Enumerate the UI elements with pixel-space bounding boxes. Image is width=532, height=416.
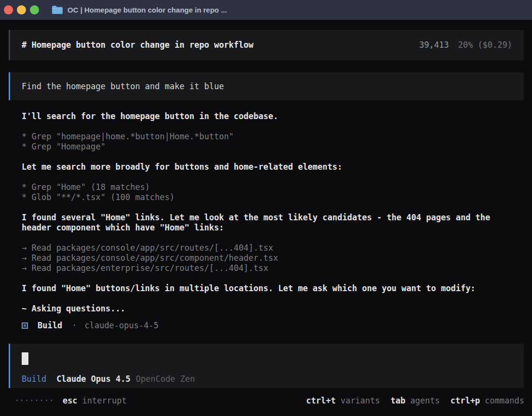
tool-call-group: * Grep "Home" (18 matches) * Glob "**/*.… (22, 182, 522, 202)
conversation: I'll search for the homepage button in t… (22, 111, 522, 331)
hint-commands-label: commands (485, 396, 524, 405)
tool-call-grep: * Grep "homepage|home.*button|Home.*butt… (22, 132, 522, 142)
agent-status-row: Build · claude-opus-4-5 (22, 321, 522, 331)
assistant-paragraph: Let me search more broadly for buttons a… (22, 162, 522, 172)
hint-agents-label: agents (410, 396, 439, 405)
hint-variants-label: variants (341, 396, 380, 405)
user-message-text: Find the homepage button and make it blu… (22, 81, 224, 92)
agent-separator: · (72, 321, 77, 331)
session-stats: 39,41320% ($0.29) (419, 40, 512, 50)
session-title: # Homepage button color change in repo w… (22, 40, 253, 50)
assistant-text: Let me search more broadly for buttons a… (22, 162, 522, 172)
assistant-text: header component which have "Home" links… (22, 223, 522, 233)
hint-interrupt: escinterrupt (63, 396, 127, 406)
assistant-paragraph: I found "Home" buttons/links in multiple… (22, 283, 522, 294)
hint-interrupt-key: esc (63, 396, 78, 405)
hint-variants: ctrl+tvariants (306, 396, 380, 406)
assistant-paragraph: I'll search for the homepage button in t… (22, 111, 522, 121)
text-cursor (22, 352, 28, 365)
tool-call-group: * Grep "homepage|home.*button|Home.*butt… (22, 132, 522, 152)
session-header: # Homepage button color change in repo w… (9, 30, 524, 60)
traffic-lights (0, 5, 39, 14)
agent-name: Build (38, 321, 62, 331)
status-bar: ········ escinterrupt ctrl+tvariants tab… (14, 395, 524, 406)
tool-call-read: → Read packages/console/app/src/componen… (22, 253, 522, 263)
tool-call-glob: * Glob "**/*.tsx" (100 matches) (22, 192, 522, 202)
tool-call-grep: * Grep "Homepage" (22, 142, 522, 152)
hint-variants-key: ctrl+t (306, 396, 335, 405)
tool-call-read: → Read packages/enterprise/src/routes/[.… (22, 263, 522, 273)
assistant-text: I found several "Home" links. Let me loo… (22, 213, 522, 223)
minimize-button[interactable] (17, 5, 26, 14)
input-model-label[interactable]: Claude Opus 4.5 (56, 374, 131, 384)
agent-build-icon (22, 322, 28, 329)
assistant-paragraph: I found several "Home" links. Let me loo… (22, 213, 522, 233)
zoom-button[interactable] (30, 5, 39, 14)
token-count: 39,413 (419, 40, 449, 50)
close-button[interactable] (4, 5, 13, 14)
assistant-text: I found "Home" buttons/links in multiple… (22, 283, 522, 294)
tool-call-read: → Read packages/console/app/src/routes/[… (22, 243, 522, 253)
spinner-dots: ········ (14, 396, 54, 406)
input-agent-label[interactable]: Build (22, 374, 46, 384)
hint-commands-key: ctrl+p (451, 396, 480, 405)
context-usage-cost: 20% ($0.29) (458, 40, 512, 50)
hint-interrupt-label: interrupt (82, 396, 127, 405)
tool-call-grep: * Grep "Home" (18 matches) (22, 182, 522, 192)
window-titlebar: OC | Homepage button color change in rep… (0, 0, 532, 20)
folder-icon (52, 5, 63, 14)
hint-agents-key: tab (391, 396, 406, 405)
agent-model: claude-opus-4-5 (84, 321, 159, 331)
working-status-text: ~ Asking questions... (22, 304, 522, 314)
working-status: ~ Asking questions... (22, 304, 522, 314)
user-message: Find the homepage button and make it blu… (9, 72, 524, 100)
hint-commands: ctrl+pcommands (451, 396, 524, 406)
input-meta: Build Claude Opus 4.5 OpenCode Zen (22, 374, 195, 384)
assistant-text: I'll search for the homepage button in t… (22, 111, 522, 121)
prompt-input[interactable]: Build Claude Opus 4.5 OpenCode Zen (9, 344, 524, 388)
tool-call-group: → Read packages/console/app/src/routes/[… (22, 243, 522, 273)
input-provider-label: OpenCode Zen (136, 374, 195, 384)
window-title: OC | Homepage button color change in rep… (67, 5, 227, 15)
hint-agents: tabagents (391, 396, 440, 406)
